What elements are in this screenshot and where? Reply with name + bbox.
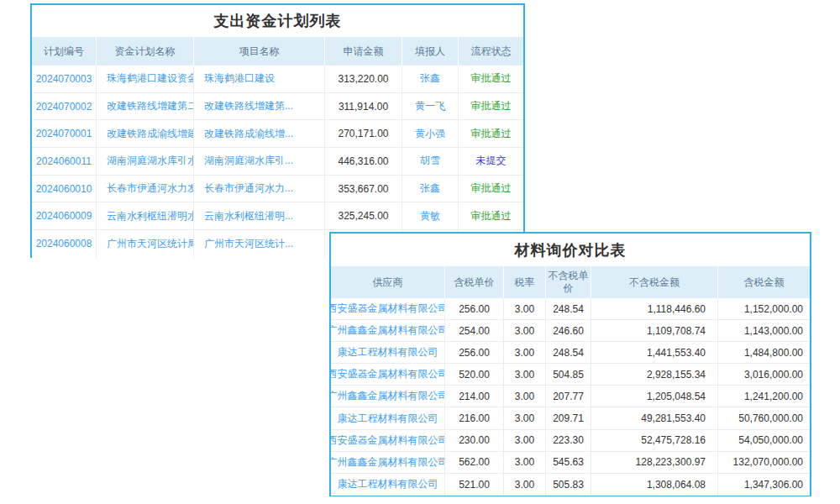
reporter-link[interactable]: 黄敏 [402, 202, 458, 229]
tax-rate: 3.00 [503, 342, 545, 363]
amount-tax: 50,760,000.00 [717, 407, 810, 428]
project-name-link[interactable]: 湖南洞庭湖水库引... [193, 148, 324, 175]
col-header-unit-price-tax: 含税单价 [444, 266, 503, 298]
unit-price-no-tax: 207.77 [545, 386, 591, 407]
col-header-unit-price-no-tax: 不含税单价 [545, 266, 591, 298]
page: 支出资金计划列表 计划编号 资金计划名称 项目名称 申请金额 填报人 流程状态 … [0, 0, 840, 504]
fund-plan-name-link[interactable]: 云南水利枢纽潜明水... [96, 202, 193, 229]
reporter-link[interactable]: 黄小强 [402, 120, 458, 147]
unit-price-tax: 520.00 [444, 364, 503, 385]
col-header-plan-no: 计划编号 [32, 37, 96, 66]
apply-amount: 311,914.00 [324, 93, 402, 120]
tax-rate: 3.00 [503, 364, 545, 385]
supplier-link[interactable]: 广州鑫鑫金属材料有限公司 [331, 386, 444, 407]
tax-rate: 3.00 [503, 452, 545, 473]
col-header-supplier: 供应商 [331, 266, 444, 298]
amount-tax: 1,241,200.00 [717, 386, 810, 407]
fund-plan-name-link[interactable]: 长春市伊通河水力发... [96, 176, 193, 202]
plan-no-link[interactable]: 2024070001 [32, 120, 96, 147]
col-header-tax-rate: 税率 [503, 266, 545, 298]
unit-price-tax: 214.00 [444, 386, 503, 407]
table-row: 广州鑫鑫金属材料有限公司 562.00 3.00 545.63 128,223,… [331, 452, 810, 474]
amount-tax: 3,016,000.00 [717, 364, 810, 385]
tax-rate: 3.00 [503, 386, 545, 407]
plan-no-link[interactable]: 2024070002 [32, 93, 96, 120]
unit-price-tax: 216.00 [444, 407, 503, 428]
project-name-link[interactable]: 长春市伊通河水力... [193, 176, 324, 202]
reporter-link[interactable]: 胡雪 [402, 148, 458, 175]
amount-no-tax: 1,441,553.40 [591, 342, 717, 363]
supplier-link[interactable]: 西安盛器金属材料有限公司 [331, 430, 444, 451]
plan-no-link[interactable]: 2024060010 [32, 176, 96, 202]
tax-rate: 3.00 [503, 320, 545, 341]
amount-no-tax: 1,118,446.60 [591, 298, 717, 319]
unit-price-tax: 256.00 [444, 298, 503, 319]
unit-price-no-tax: 223.30 [545, 430, 591, 451]
unit-price-tax: 230.00 [444, 430, 503, 451]
amount-tax: 1,143,000.00 [717, 320, 810, 341]
flow-status: 审批通过 [458, 120, 523, 147]
fund-plan-name-link[interactable]: 珠海鹤港口建设资金... [96, 66, 193, 92]
plan-no-link[interactable]: 2024070003 [32, 66, 96, 92]
plan-no-link[interactable]: 2024060011 [32, 148, 96, 175]
fund-plan-name-link[interactable]: 改建铁路成渝线增建... [96, 120, 193, 147]
table-row: 西安盛器金属材料有限公司 256.00 3.00 248.54 1,118,44… [331, 298, 810, 320]
unit-price-no-tax: 248.54 [545, 298, 591, 319]
apply-amount: 270,171.00 [324, 120, 402, 147]
expenditure-plan-table: 支出资金计划列表 计划编号 资金计划名称 项目名称 申请金额 填报人 流程状态 … [30, 3, 525, 258]
amount-no-tax: 128,223,300.97 [591, 452, 717, 473]
project-name-link[interactable]: 改建铁路线增建第... [193, 93, 324, 120]
supplier-link[interactable]: 西安盛器金属材料有限公司 [331, 364, 444, 385]
amount-no-tax: 52,475,728.16 [591, 430, 717, 451]
plan-no-link[interactable]: 2024060008 [32, 230, 96, 258]
table-row: 西安盛器金属材料有限公司 520.00 3.00 504.85 2,928,15… [331, 364, 810, 386]
flow-status: 审批通过 [458, 66, 523, 92]
project-name-link[interactable]: 云南水利枢纽潜明... [193, 202, 324, 229]
unit-price-no-tax: 504.85 [545, 364, 591, 385]
flow-status: 审批通过 [458, 176, 523, 202]
supplier-link[interactable]: 康达工程材料有限公司 [331, 407, 444, 428]
project-name-link[interactable]: 广州市天河区统计... [193, 230, 324, 258]
tax-rate: 3.00 [503, 474, 545, 496]
col-header-flow-status: 流程状态 [458, 37, 523, 66]
col-header-apply-amount: 申请金额 [324, 37, 402, 66]
table-row: 康达工程材料有限公司 256.00 3.00 248.54 1,441,553.… [331, 342, 810, 364]
flow-status: 审批通过 [458, 202, 523, 229]
fund-plan-name-link[interactable]: 广州市天河区统计局... [96, 230, 193, 258]
col-header-fund-plan-name: 资金计划名称 [96, 37, 193, 66]
expenditure-plan-table-title: 支出资金计划列表 [32, 5, 523, 37]
flow-status: 审批通过 [458, 93, 523, 120]
fund-plan-name-link[interactable]: 湖南洞庭湖水库引水... [96, 148, 193, 175]
reporter-link[interactable]: 张鑫 [402, 66, 458, 92]
unit-price-tax: 521.00 [444, 474, 503, 496]
col-header-reporter: 填报人 [402, 37, 458, 66]
amount-tax: 132,070,000.00 [717, 452, 810, 473]
supplier-link[interactable]: 康达工程材料有限公司 [331, 342, 444, 363]
unit-price-no-tax: 545.63 [545, 452, 591, 473]
project-name-link[interactable]: 珠海鹤港口建设 [193, 66, 324, 92]
material-inquiry-table-title: 材料询价对比表 [331, 234, 810, 266]
amount-no-tax: 1,109,708.74 [591, 320, 717, 341]
fund-plan-name-link[interactable]: 改建铁路线增建第二... [96, 93, 193, 120]
unit-price-no-tax: 248.54 [545, 342, 591, 363]
amount-no-tax: 49,281,553.40 [591, 407, 717, 428]
unit-price-no-tax: 505.83 [545, 474, 591, 496]
reporter-link[interactable]: 黄一飞 [402, 93, 458, 120]
project-name-link[interactable]: 改建铁路成渝线增... [193, 120, 324, 147]
apply-amount: 446,316.00 [324, 148, 402, 175]
supplier-link[interactable]: 康达工程材料有限公司 [331, 474, 444, 496]
plan-no-link[interactable]: 2024060009 [32, 202, 96, 229]
col-header-amount-tax: 含税金额 [717, 266, 810, 298]
table-row: 2024060009 云南水利枢纽潜明水... 云南水利枢纽潜明... 325,… [32, 202, 523, 230]
unit-price-tax: 254.00 [444, 320, 503, 341]
table-row: 2024060011 湖南洞庭湖水库引水... 湖南洞庭湖水库引... 446,… [32, 148, 523, 176]
tax-rate: 3.00 [503, 407, 545, 428]
table-row: 广州鑫鑫金属材料有限公司 214.00 3.00 207.77 1,205,04… [331, 386, 810, 407]
reporter-link[interactable]: 张鑫 [402, 176, 458, 202]
table-row: 康达工程材料有限公司 216.00 3.00 209.71 49,281,553… [331, 407, 810, 429]
supplier-link[interactable]: 广州鑫鑫金属材料有限公司 [331, 320, 444, 341]
apply-amount: 313,220.00 [324, 66, 402, 92]
supplier-link[interactable]: 西安盛器金属材料有限公司 [331, 298, 444, 319]
table-row: 2024070003 珠海鹤港口建设资金... 珠海鹤港口建设 313,220.… [32, 66, 523, 93]
supplier-link[interactable]: 广州鑫鑫金属材料有限公司 [331, 452, 444, 473]
